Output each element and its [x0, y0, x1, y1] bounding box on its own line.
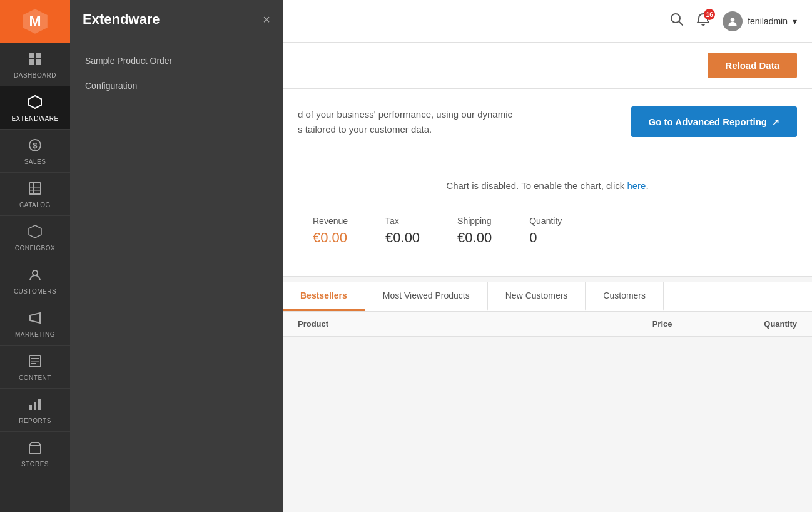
- reporting-text-line2: s tailored to your customer data.: [298, 122, 512, 137]
- catalog-icon: [28, 182, 42, 199]
- chart-disabled-text: Chart is disabled. To enable the chart, …: [446, 180, 624, 191]
- svg-rect-4: [29, 59, 34, 65]
- table-header-quantity: Quantity: [672, 319, 798, 329]
- sidebar-item-label-reports: REPORTS: [19, 417, 51, 425]
- metric-shipping-label: Shipping: [457, 216, 492, 226]
- reporting-text: d of your business' performance, using o…: [298, 107, 512, 137]
- metric-quantity-label: Quantity: [529, 216, 562, 226]
- svg-text:$: $: [33, 141, 38, 150]
- svg-rect-15: [29, 316, 30, 320]
- user-avatar: [723, 11, 743, 31]
- menu-item-sample-product-order[interactable]: Sample Product Order: [70, 48, 283, 73]
- extendware-panel: Extendware × Sample Product Order Config…: [70, 0, 283, 512]
- table-header-empty: [423, 319, 548, 329]
- sidebar-item-label-dashboard: DASHBOARD: [14, 72, 56, 79]
- sidebar-item-label-content: CONTENT: [19, 374, 51, 382]
- sidebar-item-label-marketing: MARKETING: [15, 331, 55, 339]
- tab-customers[interactable]: Customers: [586, 282, 664, 311]
- svg-rect-17: [31, 358, 39, 359]
- sidebar-logo[interactable]: M: [0, 0, 70, 43]
- configbox-icon: [28, 225, 42, 242]
- svg-rect-12: [33, 183, 34, 194]
- sidebar-item-catalog[interactable]: CATALOG: [0, 172, 70, 215]
- svg-rect-11: [29, 190, 41, 191]
- extendware-title: Extendware: [83, 11, 160, 28]
- sidebar-item-dashboard[interactable]: DASHBOARD: [0, 43, 70, 86]
- svg-rect-19: [31, 363, 36, 364]
- search-button[interactable]: [670, 13, 684, 29]
- svg-rect-18: [31, 361, 39, 362]
- user-dropdown-icon: ▾: [793, 16, 797, 26]
- svg-point-14: [33, 270, 38, 275]
- chart-disabled-section: Chart is disabled. To enable the chart, …: [283, 155, 812, 277]
- reload-data-button[interactable]: Reload Data: [708, 53, 797, 78]
- sidebar-item-extendware[interactable]: EXTENDWARE: [0, 86, 70, 129]
- tab-most-viewed-products[interactable]: Most Viewed Products: [365, 282, 488, 311]
- sales-icon: $: [28, 138, 42, 156]
- svg-rect-20: [29, 405, 32, 410]
- metrics-row: Revenue €0.00 Tax €0.00 Shipping €0.00 Q…: [298, 216, 797, 261]
- sidebar-item-sales[interactable]: $ SALES: [0, 129, 70, 172]
- sidebar-item-label-configbox: CONFIGBOX: [15, 245, 56, 252]
- marketing-icon: [28, 311, 42, 329]
- metric-quantity-value: 0: [529, 230, 562, 246]
- sidebar-item-content[interactable]: CONTENT: [0, 345, 70, 388]
- sidebar-item-marketing[interactable]: MARKETING: [0, 302, 70, 345]
- advanced-reporting-button[interactable]: Go to Advanced Reporting ↗: [631, 106, 797, 137]
- table-header-product: Product: [298, 319, 423, 329]
- extendware-header: Extendware ×: [70, 0, 283, 38]
- main-content: 16 feniladmin ▾ Reload Data d of your bu…: [283, 0, 812, 512]
- svg-rect-9: [29, 183, 41, 194]
- dashboard-body: Reload Data d of your business' performa…: [283, 43, 812, 512]
- svg-rect-2: [29, 53, 34, 58]
- metric-revenue-value: €0.00: [313, 230, 348, 246]
- chart-disabled-message: Chart is disabled. To enable the chart, …: [298, 180, 797, 191]
- svg-point-26: [731, 18, 735, 22]
- advanced-reporting-label: Go to Advanced Reporting: [649, 116, 767, 127]
- svg-text:M: M: [29, 13, 41, 29]
- svg-rect-3: [36, 53, 41, 58]
- tabs-header: Bestsellers Most Viewed Products New Cus…: [283, 282, 812, 312]
- svg-rect-22: [38, 399, 41, 410]
- sidebar: M DASHBOARD EXTENDWARE $ SALES CATALOG C…: [0, 0, 70, 512]
- metric-tax-value: €0.00: [385, 230, 420, 246]
- metric-quantity: Quantity 0: [529, 216, 562, 246]
- metric-revenue-label: Revenue: [313, 216, 348, 226]
- chart-enable-link[interactable]: here: [627, 180, 646, 191]
- sidebar-item-reports[interactable]: REPORTS: [0, 388, 70, 431]
- reload-bar: Reload Data: [283, 43, 812, 89]
- reporting-text-line1: d of your business' performance, using o…: [298, 107, 512, 122]
- sidebar-item-stores[interactable]: STORES: [0, 431, 70, 474]
- top-bar-icons: 16 feniladmin ▾: [670, 11, 797, 31]
- dashboard-icon: [28, 52, 42, 69]
- metric-tax: Tax €0.00: [385, 216, 420, 246]
- table-header-row: Product Price Quantity: [283, 312, 812, 337]
- notification-badge: 16: [704, 9, 715, 20]
- svg-line-25: [679, 21, 683, 25]
- sidebar-item-customers[interactable]: CUSTOMERS: [0, 259, 70, 302]
- user-menu-button[interactable]: feniladmin ▾: [723, 11, 797, 31]
- metric-tax-label: Tax: [385, 216, 420, 226]
- reports-icon: [28, 397, 42, 415]
- extendware-menu: Sample Product Order Configuration: [70, 38, 283, 108]
- svg-rect-21: [34, 402, 36, 410]
- metric-shipping: Shipping €0.00: [457, 216, 492, 246]
- reporting-section: d of your business' performance, using o…: [283, 89, 812, 155]
- extendware-icon: [28, 95, 42, 113]
- svg-marker-6: [29, 96, 41, 108]
- tabs-section: Bestsellers Most Viewed Products New Cus…: [283, 282, 812, 337]
- table-header-price: Price: [547, 319, 672, 329]
- sidebar-item-label-customers: CUSTOMERS: [14, 288, 56, 295]
- tab-bestsellers[interactable]: Bestsellers: [283, 282, 365, 311]
- content-icon: [28, 354, 42, 372]
- close-button[interactable]: ×: [263, 13, 270, 26]
- sidebar-item-label-sales: SALES: [24, 158, 46, 166]
- svg-marker-13: [29, 225, 41, 238]
- metric-shipping-value: €0.00: [457, 230, 492, 246]
- sidebar-item-label-extendware: EXTENDWARE: [11, 115, 58, 123]
- sidebar-item-label-stores: STORES: [21, 461, 49, 468]
- menu-item-configuration[interactable]: Configuration: [70, 73, 283, 98]
- tab-new-customers[interactable]: New Customers: [488, 282, 586, 311]
- notification-button[interactable]: 16: [696, 13, 710, 29]
- sidebar-item-configbox[interactable]: CONFIGBOX: [0, 215, 70, 259]
